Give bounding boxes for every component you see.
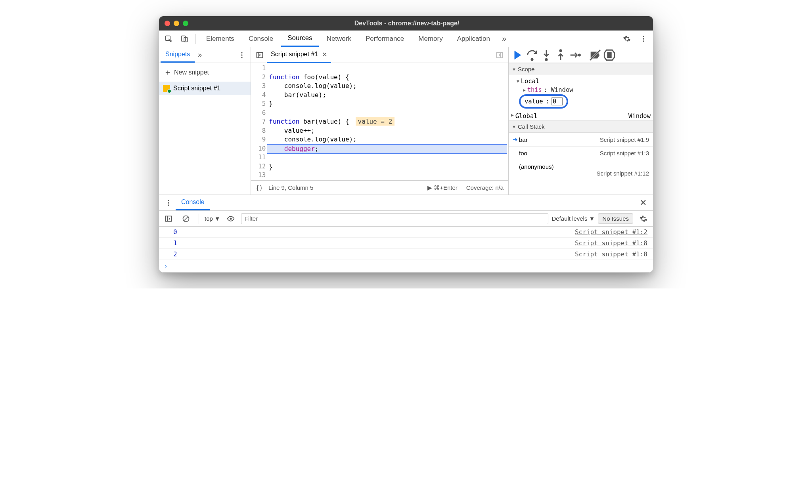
svg-point-8: [241, 57, 242, 58]
callstack-frame[interactable]: foo Script snippet #1:3: [509, 147, 653, 160]
window-title: DevTools - chrome://new-tab-page/: [192, 20, 622, 27]
navigator-tab-snippets[interactable]: Snippets: [161, 47, 195, 63]
navigator-more-icon[interactable]: [235, 48, 249, 62]
console-source-link[interactable]: Script snippet #1:2: [575, 228, 647, 236]
current-frame-icon: ➔: [513, 136, 519, 143]
svg-line-25: [184, 217, 188, 221]
new-snippet-button[interactable]: ＋ New snippet: [159, 63, 251, 82]
chevron-down-icon: ▼: [517, 79, 519, 84]
scope-value-highlight: value:: [519, 94, 568, 109]
scope-global-label: Global: [515, 113, 538, 120]
tab-sources[interactable]: Sources: [281, 31, 318, 47]
console-message[interactable]: 0 Script snippet #1:2: [159, 227, 653, 238]
titlebar: DevTools - chrome://new-tab-page/: [159, 16, 653, 31]
pause-on-exceptions-icon[interactable]: [603, 48, 616, 62]
inline-value-hint: value = 2: [356, 117, 395, 126]
navigator-pane: Snippets » ＋ New snippet Script snippet …: [159, 47, 251, 195]
issues-button[interactable]: No Issues: [598, 213, 633, 224]
settings-icon[interactable]: [620, 32, 634, 46]
resume-icon[interactable]: [511, 48, 525, 62]
svg-point-3: [643, 36, 644, 37]
svg-point-26: [230, 218, 232, 220]
zoom-window-icon[interactable]: [183, 21, 188, 26]
callstack-frame[interactable]: ➔ bar Script snippet #1:9: [509, 133, 653, 147]
tab-memory[interactable]: Memory: [412, 31, 449, 47]
console-value: 0: [165, 228, 177, 236]
callstack-frame[interactable]: (anonymous) Script snippet #1:12: [509, 160, 653, 180]
code-content[interactable]: function foo(value) { console.log(value)…: [269, 63, 508, 180]
svg-point-21: [168, 202, 169, 203]
main-tabbar: Elements Console Sources Network Perform…: [159, 31, 653, 47]
svg-point-6: [241, 52, 242, 53]
svg-point-4: [643, 38, 644, 39]
scope-global-value: Window: [628, 113, 651, 120]
step-out-icon[interactable]: [554, 48, 567, 62]
device-toggle-icon[interactable]: [177, 32, 192, 46]
pretty-print-icon[interactable]: {}: [256, 184, 263, 191]
minimize-window-icon[interactable]: [174, 21, 179, 26]
console-source-link[interactable]: Script snippet #1:8: [575, 250, 647, 258]
code-editor[interactable]: 123 456 789 101112 13 function foo(value…: [251, 63, 508, 180]
context-selector[interactable]: top ▼: [205, 215, 220, 222]
context-label: top: [205, 215, 213, 222]
scope-global-row[interactable]: ▶ Global Window: [509, 112, 653, 120]
tab-elements[interactable]: Elements: [200, 31, 241, 47]
levels-label: Default levels: [552, 215, 587, 222]
scope-this-row[interactable]: ▶ this: Window: [511, 86, 651, 94]
editor-pane: Script snippet #1 ✕ 123 456 789 101112 1…: [251, 47, 509, 195]
close-window-icon[interactable]: [165, 21, 170, 26]
scope-local-label: Local: [521, 78, 540, 85]
toggle-debugger-icon[interactable]: [492, 48, 507, 62]
tabs-overflow-icon[interactable]: »: [498, 34, 510, 43]
inspect-element-icon[interactable]: [161, 32, 176, 46]
debug-toolbar: [509, 47, 653, 63]
drawer-tab-console[interactable]: Console: [176, 195, 210, 210]
console-message[interactable]: 1 Script snippet #1:8: [159, 238, 653, 249]
chevron-down-icon: ▼: [589, 215, 595, 222]
scope-value-edit-input[interactable]: [552, 97, 563, 105]
window-controls[interactable]: [165, 21, 188, 26]
callstack-header[interactable]: ▼ Call Stack: [509, 120, 653, 133]
console-message[interactable]: 2 Script snippet #1:8: [159, 249, 653, 260]
run-snippet-hint[interactable]: ▶ ⌘+Enter: [427, 184, 458, 191]
tab-network[interactable]: Network: [320, 31, 358, 47]
console-value: 2: [165, 250, 177, 258]
frame-loc: Script snippet #1:3: [600, 150, 649, 157]
chevron-right-icon: ▶: [523, 88, 526, 93]
svg-point-13: [560, 50, 561, 51]
svg-point-11: [531, 59, 533, 60]
drawer-more-icon[interactable]: [161, 196, 176, 210]
console-drawer: Console ✕ top ▼ Default levels ▼ No: [159, 195, 653, 272]
step-icon[interactable]: [568, 48, 582, 62]
console-sidebar-icon[interactable]: [161, 212, 176, 226]
frame-loc: Script snippet #1:9: [600, 136, 649, 143]
chevron-down-icon: ▼: [512, 124, 516, 129]
scope-header[interactable]: ▼ Scope: [509, 63, 653, 75]
close-drawer-icon[interactable]: ✕: [636, 198, 651, 208]
cursor-position: Line 9, Column 5: [268, 184, 313, 191]
console-source-link[interactable]: Script snippet #1:8: [575, 239, 647, 247]
tab-performance[interactable]: Performance: [359, 31, 410, 47]
tab-application[interactable]: Application: [451, 31, 496, 47]
more-menu-icon[interactable]: [636, 32, 651, 46]
snippet-name: Script snippet #1: [173, 85, 220, 92]
editor-file-tab[interactable]: Script snippet #1 ✕: [267, 47, 331, 63]
clear-console-icon[interactable]: [179, 212, 193, 226]
console-prompt-icon[interactable]: ›: [159, 260, 653, 272]
scope-local-row[interactable]: ▼ Local: [511, 77, 651, 86]
toggle-navigator-icon[interactable]: [253, 48, 267, 62]
console-value: 1: [165, 239, 177, 247]
tab-console[interactable]: Console: [242, 31, 280, 47]
close-tab-icon[interactable]: ✕: [322, 51, 327, 58]
step-over-icon[interactable]: [525, 48, 539, 62]
navigator-tabs-overflow-icon[interactable]: »: [195, 51, 205, 59]
console-settings-icon[interactable]: [636, 212, 651, 226]
deactivate-breakpoints-icon[interactable]: [588, 48, 602, 62]
snippet-item[interactable]: Script snippet #1: [159, 82, 251, 95]
step-into-icon[interactable]: [540, 48, 553, 62]
chevron-down-icon: ▼: [214, 215, 220, 222]
frame-fn: bar: [519, 136, 528, 143]
console-filter-input[interactable]: [241, 213, 549, 224]
log-levels-selector[interactable]: Default levels ▼: [552, 215, 595, 222]
live-expression-icon[interactable]: [224, 212, 238, 226]
